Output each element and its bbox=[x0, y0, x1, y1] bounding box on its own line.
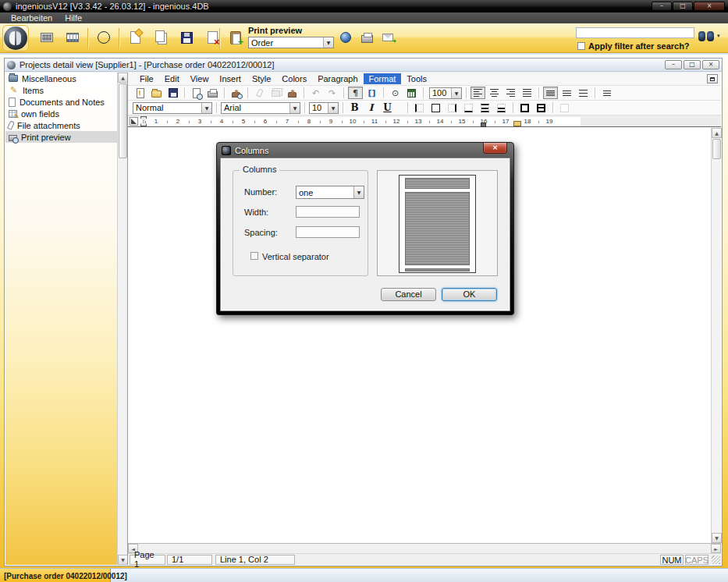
sidebar-item[interactable]: own fields bbox=[5, 108, 117, 119]
chevron-down-icon[interactable]: ▼ bbox=[289, 103, 300, 113]
dialog-close-button[interactable]: × bbox=[483, 143, 507, 154]
search-input[interactable] bbox=[576, 27, 694, 38]
underline-button[interactable]: U bbox=[380, 101, 395, 114]
scroll-down-icon[interactable]: ▼ bbox=[712, 533, 722, 543]
bullet-list-button[interactable] bbox=[599, 87, 614, 99]
save-button[interactable] bbox=[165, 87, 180, 99]
editor-menu-item[interactable]: Format bbox=[364, 73, 402, 84]
font-dropdown[interactable]: Arial ▼ bbox=[221, 102, 300, 114]
border-horizontal-inner-button[interactable] bbox=[478, 101, 492, 114]
chevron-down-icon[interactable]: ▼ bbox=[328, 103, 338, 113]
show-formatting-button[interactable]: ¶ bbox=[348, 87, 363, 99]
field-brackets-button[interactable]: [] bbox=[364, 87, 379, 99]
border-all-button[interactable] bbox=[428, 101, 443, 114]
editor-menu-item[interactable]: View bbox=[185, 73, 215, 84]
tab-selector-icon[interactable] bbox=[130, 117, 138, 126]
maximize-button[interactable]: □ bbox=[673, 2, 693, 11]
sidebar-item[interactable]: File attachments bbox=[5, 119, 117, 131]
number-dropdown[interactable]: one ▼ bbox=[296, 186, 364, 199]
app-logo-button[interactable] bbox=[2, 25, 29, 51]
globe-button[interactable] bbox=[94, 28, 113, 47]
border-thick-box-button[interactable] bbox=[517, 101, 532, 114]
insert-time-button[interactable]: ⊙ bbox=[388, 87, 403, 99]
open-button[interactable] bbox=[149, 87, 164, 99]
active-task-tab[interactable]: [Purchase order 04022012/00012] bbox=[0, 569, 111, 582]
sidebar-scroll-thumb[interactable] bbox=[119, 83, 127, 158]
document-window-button[interactable] bbox=[707, 74, 718, 83]
editor-menu-item[interactable]: File bbox=[134, 73, 159, 84]
table-view-button[interactable] bbox=[63, 28, 82, 47]
vertical-scroll-thumb[interactable] bbox=[712, 139, 721, 159]
sidebar-item[interactable]: Documents and Notes bbox=[5, 96, 117, 108]
chevron-down-icon[interactable]: ▼ bbox=[201, 103, 211, 113]
duplicate-record-button[interactable] bbox=[151, 28, 170, 47]
save-record-button[interactable] bbox=[177, 28, 196, 47]
italic-button[interactable]: I bbox=[364, 101, 378, 114]
align-center-button[interactable] bbox=[487, 87, 502, 99]
width-input[interactable] bbox=[296, 206, 360, 218]
child-close-button[interactable]: × bbox=[702, 60, 719, 69]
print-preview-button[interactable] bbox=[189, 87, 204, 99]
border-middle-bottom-button[interactable] bbox=[494, 101, 509, 114]
align-left-button[interactable] bbox=[471, 87, 485, 99]
ruler[interactable]: 12345678910111213141516171819 bbox=[128, 115, 721, 127]
search-binoculars-button[interactable] bbox=[698, 31, 714, 41]
style-dropdown[interactable]: Normal ▼ bbox=[133, 102, 212, 114]
font-size-dropdown[interactable]: 10 ▼ bbox=[309, 102, 339, 114]
app-menu-item[interactable]: Hilfe bbox=[59, 12, 88, 23]
redo-button[interactable]: ↷ bbox=[325, 87, 339, 99]
border-bottom-button[interactable] bbox=[461, 101, 476, 114]
bold-button[interactable]: B bbox=[347, 101, 362, 114]
align-justify-button[interactable] bbox=[520, 87, 534, 99]
web-preview-button[interactable] bbox=[339, 30, 353, 44]
scroll-right-icon[interactable]: ► bbox=[711, 544, 721, 553]
child-minimize-button[interactable]: – bbox=[665, 60, 682, 69]
new-document-button[interactable] bbox=[133, 87, 147, 99]
border-thick-middle-button[interactable] bbox=[534, 101, 549, 114]
minimize-button[interactable]: – bbox=[652, 2, 672, 11]
border-none-button[interactable] bbox=[557, 101, 572, 114]
sidebar-item[interactable]: Miscellaneous bbox=[5, 73, 117, 84]
editor-menu-item[interactable]: Colors bbox=[276, 73, 312, 84]
insert-date-button[interactable] bbox=[404, 87, 419, 99]
border-left-button[interactable] bbox=[412, 101, 427, 114]
stamp-button[interactable] bbox=[285, 87, 300, 99]
attach-button[interactable] bbox=[252, 87, 267, 99]
align-right-button[interactable] bbox=[503, 87, 518, 99]
line-spacing-15-button[interactable] bbox=[559, 87, 574, 99]
app-menu-item[interactable]: Bearbeiten bbox=[5, 12, 59, 23]
vertical-scrollbar[interactable]: ▲ ▼ bbox=[711, 128, 721, 543]
zoom-dropdown[interactable]: 100 ▼ bbox=[429, 87, 462, 99]
stamp-search-button[interactable] bbox=[229, 87, 243, 99]
horizontal-scrollbar[interactable]: ◄ ► bbox=[128, 543, 721, 553]
new-record-button[interactable] bbox=[126, 28, 144, 47]
undo-button[interactable]: ↶ bbox=[308, 87, 323, 99]
line-spacing-2-button[interactable] bbox=[576, 87, 591, 99]
clipboard-add-button[interactable] bbox=[226, 28, 245, 47]
apply-filter-checkbox[interactable] bbox=[577, 42, 585, 50]
child-restore-button[interactable]: □ bbox=[684, 60, 701, 69]
sidebar-scrollbar[interactable]: ▲ ▼ bbox=[117, 73, 127, 565]
border-right-button[interactable] bbox=[445, 101, 460, 114]
sidebar-item[interactable]: Print preview bbox=[5, 131, 117, 143]
print-document-button[interactable] bbox=[205, 87, 220, 99]
order-dropdown[interactable]: Order ▼ bbox=[248, 37, 334, 48]
line-spacing-1-button[interactable] bbox=[543, 87, 558, 99]
resize-grip[interactable] bbox=[712, 555, 720, 564]
editor-menu-item[interactable]: Paragraph bbox=[312, 73, 363, 84]
list-view-button[interactable] bbox=[37, 28, 56, 47]
scroll-up-icon[interactable]: ▲ bbox=[712, 128, 722, 138]
page-margin-marker[interactable] bbox=[513, 121, 521, 126]
print-button[interactable] bbox=[360, 30, 374, 44]
ok-button[interactable]: OK bbox=[442, 288, 497, 301]
chevron-down-icon[interactable]: ▼ bbox=[323, 37, 333, 48]
editor-menu-item[interactable]: Tools bbox=[401, 73, 432, 84]
editor-menu-item[interactable]: Edit bbox=[159, 73, 185, 84]
editor-menu-item[interactable]: Style bbox=[247, 73, 276, 84]
editor-menu-item[interactable]: Insert bbox=[214, 73, 247, 84]
vertical-separator-checkbox[interactable] bbox=[250, 252, 258, 260]
search-options-arrow[interactable]: ▾ bbox=[717, 33, 720, 39]
send-mail-button[interactable] bbox=[381, 30, 395, 44]
spacing-input[interactable] bbox=[296, 226, 360, 238]
sidebar-item[interactable]: ✎ Items bbox=[5, 84, 117, 96]
